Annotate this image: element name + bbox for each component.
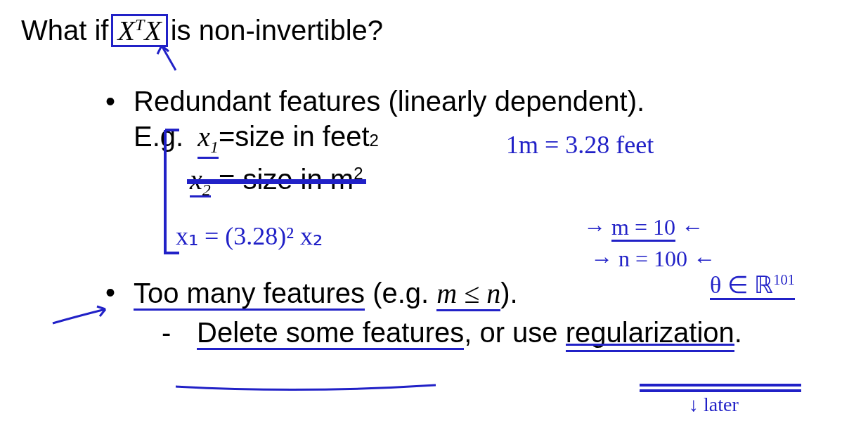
x1-eq: = <box>219 121 235 152</box>
x2-struck: x2 = size in m2 <box>190 163 363 200</box>
sub-bullet: - Delete some features, or use regulariz… <box>162 317 847 349</box>
xtx-box: XTX <box>111 14 167 47</box>
bullet-dot: • <box>105 86 134 117</box>
ann-theta: θ ∈ ℝ101 <box>710 271 795 299</box>
bullet2-text-b: (e.g. <box>365 278 436 309</box>
ann-n: → n = 100 ← <box>590 246 715 272</box>
ann-m: → m = 10 ← <box>583 214 704 240</box>
bullet-redundant: • Redundant features (linearly dependent… <box>105 86 847 117</box>
title-prefix: What if <box>21 15 108 46</box>
eg-line-2: x2 = size in m2 <box>190 163 847 200</box>
ann-later: ↓ later <box>689 394 739 416</box>
ann-conversion: 1m = 3.28 feet <box>506 130 654 160</box>
page-title: What if XTX is non-invertible? <box>21 14 847 47</box>
title-math-x1: X <box>117 15 134 46</box>
title-math-x2: X <box>144 15 161 46</box>
sub-text: Delete some features, or use regularizat… <box>197 317 742 349</box>
x1-sup: 2 <box>370 131 379 150</box>
mn-expr: m ≤ n <box>436 278 500 311</box>
bullet1-text: Redundant features (linearly dependent). <box>134 86 847 117</box>
bullet-dot-2: • <box>105 277 134 310</box>
title-suffix: is non-invertible? <box>171 15 383 46</box>
dash: - <box>162 317 197 349</box>
ann-relation: x₁ = (3.28)² x₂ <box>176 221 323 251</box>
annotation-overlay <box>0 0 868 435</box>
slide: What if XTX is non-invertible? • Redunda… <box>0 0 868 435</box>
title-math-sup: T <box>135 15 144 34</box>
eg-label: E.g. <box>134 121 183 152</box>
x1-desc: size in feet <box>235 121 369 152</box>
bullet2-text-c: ). <box>500 278 517 309</box>
bullet2-text-a: Too many features <box>134 278 365 311</box>
x1-var: x1 <box>197 120 219 159</box>
eg-line-1: E.g. x1 = size in feet2 <box>134 120 847 159</box>
